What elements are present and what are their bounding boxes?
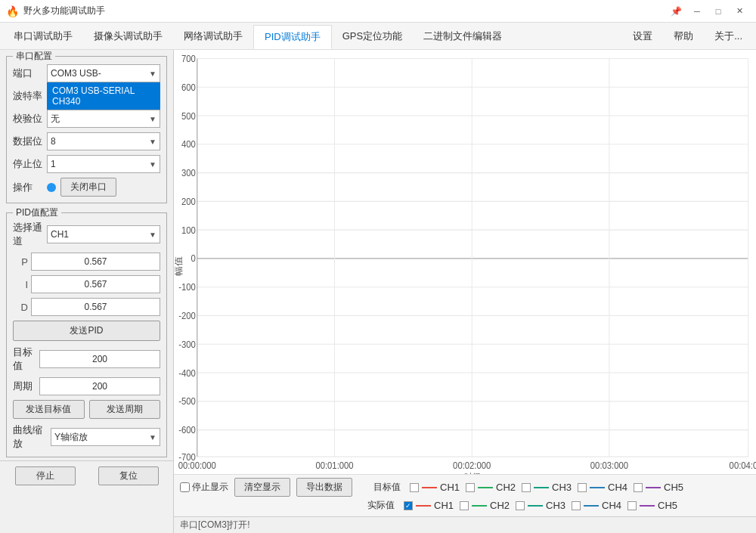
target-ch5-label: CH5 bbox=[664, 482, 683, 493]
i-input[interactable] bbox=[31, 275, 160, 293]
actual-ch2-line bbox=[472, 505, 487, 507]
target-ch4-checkbox[interactable] bbox=[578, 483, 587, 492]
maximize-button[interactable]: □ bbox=[708, 4, 729, 19]
svg-text:00:04:000: 00:04:000 bbox=[730, 460, 756, 472]
actual-ch3-checkbox[interactable] bbox=[516, 501, 525, 510]
tab-camera[interactable]: 摄像头调试助手 bbox=[83, 25, 173, 48]
databits-select[interactable]: 8 ▼ bbox=[47, 132, 160, 150]
clear-display-button[interactable]: 清空显示 bbox=[234, 478, 290, 497]
legend-target-ch4: CH4 bbox=[578, 482, 627, 493]
baudrate-label: 波特率 bbox=[13, 89, 47, 103]
left-panel: 串口配置 端口 COM3 USB- ▼ COM3 USB-SERIAL CH34… bbox=[0, 50, 174, 533]
legend-actual-title: 实际值 bbox=[367, 499, 398, 512]
parity-value: 无 bbox=[51, 113, 60, 126]
period-input[interactable] bbox=[39, 377, 160, 395]
actual-ch4-checkbox[interactable] bbox=[572, 501, 581, 510]
stop-button[interactable]: 停止 bbox=[15, 466, 76, 485]
target-ch2-checkbox[interactable] bbox=[466, 483, 475, 492]
status-dot bbox=[47, 183, 56, 192]
svg-text:200: 200 bbox=[181, 196, 196, 207]
curve-row: 曲线缩放 Y轴缩放 ▼ bbox=[13, 423, 160, 451]
app-icon: 🔥 bbox=[6, 5, 19, 17]
svg-text:700: 700 bbox=[181, 53, 196, 64]
pin-icon[interactable]: 📌 bbox=[671, 6, 682, 17]
port-arrow: ▼ bbox=[149, 70, 156, 78]
target-input[interactable] bbox=[39, 350, 160, 368]
svg-text:-500: -500 bbox=[178, 396, 196, 407]
d-input[interactable] bbox=[31, 298, 160, 316]
actual-ch5-checkbox[interactable] bbox=[627, 501, 637, 510]
channel-value: CH1 bbox=[51, 229, 69, 240]
main-layout: 串口配置 端口 COM3 USB- ▼ COM3 USB-SERIAL CH34… bbox=[0, 50, 756, 533]
stopbits-label: 停止位 bbox=[13, 157, 47, 171]
title-bar: 🔥 野火多功能调试助手 📌 ─ □ ✕ bbox=[0, 0, 756, 23]
svg-text:300: 300 bbox=[181, 168, 196, 179]
minimize-button[interactable]: ─ bbox=[686, 4, 708, 19]
target-ch2-line bbox=[478, 487, 493, 488]
stop-display-checkbox[interactable] bbox=[180, 482, 190, 492]
period-row: 周期 bbox=[13, 377, 160, 395]
send-period-button[interactable]: 发送周期 bbox=[89, 400, 161, 419]
tab-network[interactable]: 网络调试助手 bbox=[173, 25, 253, 48]
send-target-button[interactable]: 发送目标值 bbox=[13, 400, 85, 419]
settings-button[interactable]: 设置 bbox=[622, 25, 663, 48]
tab-gps[interactable]: GPS定位功能 bbox=[332, 25, 413, 48]
y-axis-title: 幅值 bbox=[174, 257, 184, 276]
export-data-button[interactable]: 导出数据 bbox=[296, 478, 352, 497]
legend-actual-ch1: ✓ CH1 bbox=[404, 500, 454, 511]
reset-button[interactable]: 复位 bbox=[98, 466, 159, 485]
d-row: D bbox=[13, 298, 160, 316]
target-ch3-checkbox[interactable] bbox=[522, 483, 531, 492]
tab-serial[interactable]: 串口调试助手 bbox=[3, 25, 83, 48]
chart-ctrl-row: 停止显示 清空显示 导出数据 目标值 CH1 CH2 bbox=[180, 478, 750, 497]
tab-pid[interactable]: PID调试助手 bbox=[253, 25, 332, 49]
port-selected[interactable]: COM3 USB- ▼ bbox=[47, 64, 160, 82]
target-ch1-line bbox=[422, 487, 437, 488]
about-button[interactable]: 关于... bbox=[704, 25, 753, 48]
stop-display-text: 停止显示 bbox=[192, 481, 228, 494]
actual-ch1-checkbox[interactable]: ✓ bbox=[404, 501, 413, 510]
legend-target-title: 目标值 bbox=[373, 481, 404, 494]
close-serial-button[interactable]: 关闭串口 bbox=[60, 178, 116, 197]
target-ch2-label: CH2 bbox=[496, 482, 516, 493]
svg-text:-400: -400 bbox=[178, 367, 196, 379]
help-button[interactable]: 帮助 bbox=[663, 25, 704, 48]
port-option[interactable]: COM3 USB-SERIAL CH340 bbox=[48, 83, 160, 109]
port-dropdown[interactable]: COM3 USB- ▼ COM3 USB-SERIAL CH340 bbox=[47, 64, 160, 82]
menu-bar: 串口调试助手 摄像头调试助手 网络调试助手 PID调试助手 GPS定位功能 二进… bbox=[0, 23, 756, 50]
svg-text:00:02:000: 00:02:000 bbox=[453, 460, 491, 472]
pid-config-title: PID值配置 bbox=[13, 206, 61, 219]
target-ch5-checkbox[interactable] bbox=[634, 483, 643, 492]
close-button[interactable]: ✕ bbox=[729, 4, 750, 19]
legend-actual-ch2: CH2 bbox=[460, 500, 510, 511]
i-label: I bbox=[13, 279, 28, 290]
svg-text:500: 500 bbox=[181, 110, 196, 122]
actual-ch5-line bbox=[640, 505, 655, 507]
target-ch1-checkbox[interactable] bbox=[410, 483, 419, 492]
port-dropdown-menu[interactable]: COM3 USB-SERIAL CH340 bbox=[47, 82, 160, 110]
actual-ch4-label: CH4 bbox=[602, 500, 621, 511]
send-pid-button[interactable]: 发送PID bbox=[13, 321, 160, 341]
legend-actual-ch5: CH5 bbox=[627, 500, 677, 511]
p-input[interactable] bbox=[31, 253, 160, 271]
target-ch4-line bbox=[590, 487, 605, 488]
tab-binary[interactable]: 二进制文件编辑器 bbox=[413, 25, 513, 48]
status-text: 串口[COM3]打开! bbox=[180, 519, 250, 531]
svg-text:00:01:000: 00:01:000 bbox=[315, 460, 354, 472]
right-panel: 幅值 bbox=[174, 50, 756, 533]
legend-target-ch2: CH2 bbox=[466, 482, 516, 493]
curve-select[interactable]: Y轴缩放 ▼ bbox=[51, 428, 160, 446]
stopbits-select[interactable]: 1 ▼ bbox=[47, 155, 160, 173]
stopbits-arrow: ▼ bbox=[149, 160, 156, 169]
pid-config-group: PID值配置 选择通道 CH1 ▼ P I D bbox=[6, 212, 167, 457]
parity-select[interactable]: 无 ▼ bbox=[47, 110, 160, 128]
p-label: P bbox=[13, 256, 28, 268]
serial-config-group: 串口配置 端口 COM3 USB- ▼ COM3 USB-SERIAL CH34… bbox=[6, 56, 167, 203]
channel-select[interactable]: CH1 ▼ bbox=[47, 225, 160, 243]
app-title: 野火多功能调试助手 bbox=[23, 5, 671, 17]
curve-value: Y轴缩放 bbox=[54, 431, 88, 444]
legend-target-ch3: CH3 bbox=[522, 482, 572, 493]
stop-display-label[interactable]: 停止显示 bbox=[180, 481, 228, 494]
actual-ch2-checkbox[interactable] bbox=[460, 501, 469, 510]
port-label: 端口 bbox=[13, 67, 47, 80]
